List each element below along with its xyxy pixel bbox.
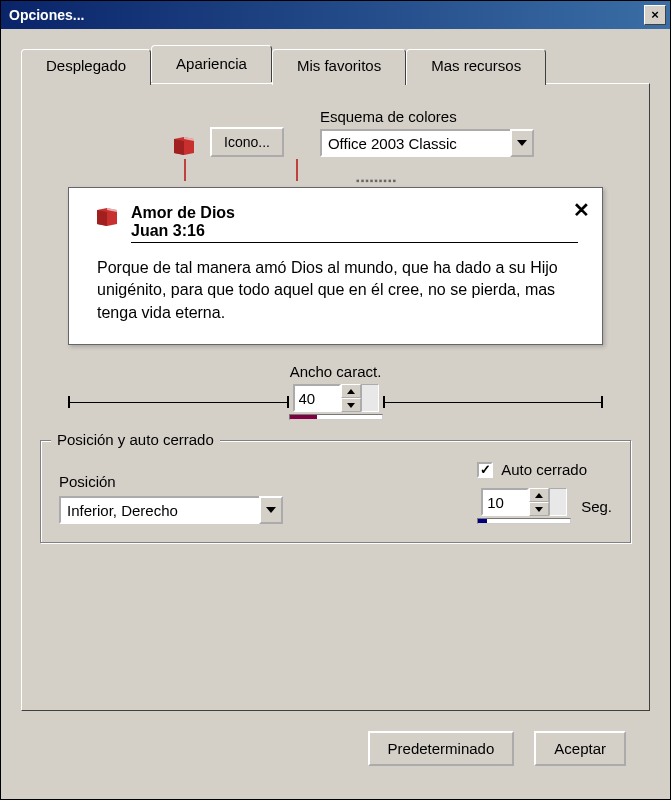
position-dropdown[interactable] bbox=[59, 496, 283, 524]
seconds-input[interactable] bbox=[481, 488, 529, 516]
preview-body: Porque de tal manera amó Dios al mundo, … bbox=[93, 257, 578, 324]
preview-titles: Amor de Dios Juan 3:16 bbox=[131, 204, 578, 243]
accept-button[interactable]: Aceptar bbox=[534, 731, 626, 766]
scheme-column: Esquema de colores bbox=[320, 108, 534, 157]
width-ruler-left bbox=[68, 396, 289, 408]
icon-button[interactable]: Icono... bbox=[210, 127, 284, 157]
content-area: Desplegado Apariencia Mis favoritos Mas … bbox=[1, 29, 670, 782]
tab-panel-apariencia: Icono... Esquema de colores ▪▪▪▪▪▪▪▪▪ ✕ bbox=[21, 83, 650, 711]
seconds-spin-up[interactable] bbox=[529, 488, 549, 502]
position-group-title: Posición y auto cerrado bbox=[51, 431, 220, 448]
width-spinner[interactable] bbox=[293, 384, 379, 412]
position-groupbox: Posición y auto cerrado Posición ✓ Auto … bbox=[40, 440, 631, 543]
connector-lines: ▪▪▪▪▪▪▪▪▪ bbox=[40, 159, 631, 187]
book-icon bbox=[170, 133, 198, 157]
scheme-dropdown[interactable] bbox=[320, 129, 534, 157]
seconds-spinner[interactable] bbox=[481, 488, 567, 516]
seconds-spin-down[interactable] bbox=[529, 502, 549, 516]
position-label: Posición bbox=[59, 473, 283, 490]
scheme-dropdown-button[interactable] bbox=[510, 129, 534, 157]
width-row bbox=[40, 384, 631, 420]
default-button[interactable]: Predeterminado bbox=[368, 731, 515, 766]
auto-close-label: Auto cerrado bbox=[501, 461, 587, 478]
tab-mis-favoritos[interactable]: Mis favoritos bbox=[272, 49, 406, 85]
options-dialog: Opciones... × Desplegado Apariencia Mis … bbox=[0, 0, 671, 800]
seconds-row: Seg. bbox=[477, 488, 612, 524]
position-column: Posición bbox=[59, 473, 283, 524]
position-value[interactable] bbox=[59, 496, 259, 524]
icon-scheme-row: Icono... Esquema de colores bbox=[170, 108, 631, 157]
preview-close-icon[interactable]: ✕ bbox=[573, 198, 590, 222]
width-scroll-track[interactable] bbox=[361, 384, 379, 412]
preview-title: Amor de Dios bbox=[131, 204, 578, 222]
preview-divider bbox=[131, 242, 578, 243]
width-section: Ancho caract. bbox=[40, 363, 631, 420]
width-input[interactable] bbox=[293, 384, 341, 412]
auto-close-checkbox-row[interactable]: ✓ Auto cerrado bbox=[477, 461, 587, 478]
window-title: Opciones... bbox=[9, 7, 84, 23]
preview-header: Amor de Dios Juan 3:16 bbox=[93, 204, 578, 243]
width-spin-down[interactable] bbox=[341, 398, 361, 412]
window-close-button[interactable]: × bbox=[644, 5, 666, 25]
width-spin-up[interactable] bbox=[341, 384, 361, 398]
width-ruler-right bbox=[383, 396, 604, 408]
auto-close-column: ✓ Auto cerrado bbox=[477, 461, 612, 524]
tab-strip: Desplegado Apariencia Mis favoritos Mas … bbox=[21, 47, 650, 83]
auto-close-checkbox[interactable]: ✓ bbox=[477, 462, 493, 478]
grip-icon: ▪▪▪▪▪▪▪▪▪ bbox=[356, 175, 397, 186]
preview-popup: ✕ Amor de Dios Juan 3:16 Porque de tal m… bbox=[68, 187, 603, 345]
tab-desplegado[interactable]: Desplegado bbox=[21, 49, 151, 85]
width-label: Ancho caract. bbox=[40, 363, 631, 380]
dialog-footer: Predeterminado Aceptar bbox=[21, 711, 650, 766]
scheme-value[interactable] bbox=[320, 129, 510, 157]
tab-apariencia[interactable]: Apariencia bbox=[151, 45, 272, 82]
titlebar: Opciones... × bbox=[1, 1, 670, 29]
book-icon bbox=[93, 204, 121, 228]
width-progress bbox=[289, 414, 383, 420]
position-dropdown-button[interactable] bbox=[259, 496, 283, 524]
preview-subtitle: Juan 3:16 bbox=[131, 222, 578, 240]
scheme-label: Esquema de colores bbox=[320, 108, 534, 125]
seconds-scroll-track[interactable] bbox=[549, 488, 567, 516]
tab-mas-recursos[interactable]: Mas recursos bbox=[406, 49, 546, 85]
seconds-unit: Seg. bbox=[581, 498, 612, 515]
seconds-progress bbox=[477, 518, 571, 524]
